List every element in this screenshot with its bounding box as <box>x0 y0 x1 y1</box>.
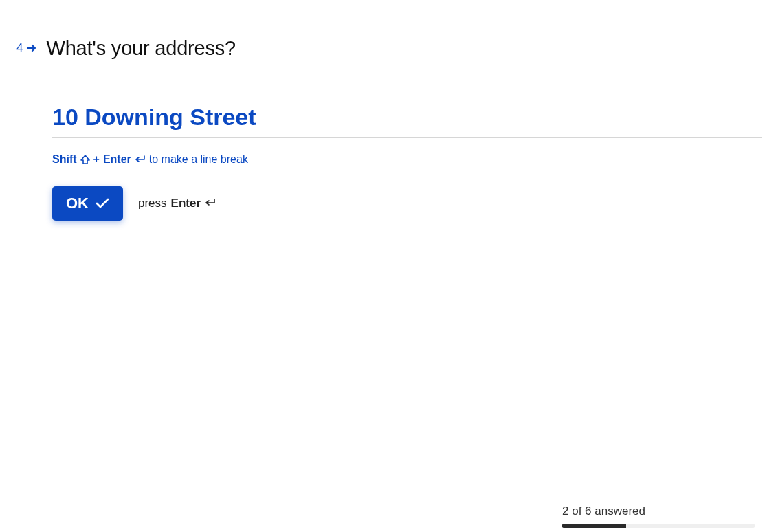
hint-rest: to make a line break <box>149 153 248 166</box>
question-block: 4 What's your address? Shift + Enter <box>16 37 762 221</box>
action-row: OK press Enter <box>52 186 762 221</box>
hint-enter-label: Enter <box>103 153 131 166</box>
question-title: What's your address? <box>46 37 236 60</box>
progress-label: 2 of 6 answered <box>562 505 755 518</box>
question-body: Shift + Enter to make a line break OK <box>52 104 762 221</box>
arrow-right-icon <box>27 44 36 52</box>
press-prefix: press <box>138 197 167 210</box>
enter-icon <box>135 155 146 164</box>
enter-icon <box>205 197 216 210</box>
linebreak-hint: Shift + Enter to make a line break <box>52 153 762 166</box>
progress-indicator: 2 of 6 answered <box>562 505 755 528</box>
shift-icon <box>80 155 90 164</box>
progress-fill <box>562 524 626 528</box>
question-number-text: 4 <box>16 41 23 55</box>
hint-shift-label: Shift <box>52 153 77 166</box>
press-enter-hint: press Enter <box>138 197 216 210</box>
check-icon <box>96 198 109 209</box>
ok-button-label: OK <box>66 195 89 212</box>
question-header: 4 What's your address? <box>16 37 762 60</box>
ok-button[interactable]: OK <box>52 186 123 221</box>
progress-track <box>562 524 755 528</box>
question-number: 4 <box>16 37 36 55</box>
press-key: Enter <box>171 197 201 210</box>
address-input[interactable] <box>52 104 762 138</box>
hint-plus: + <box>93 153 100 166</box>
